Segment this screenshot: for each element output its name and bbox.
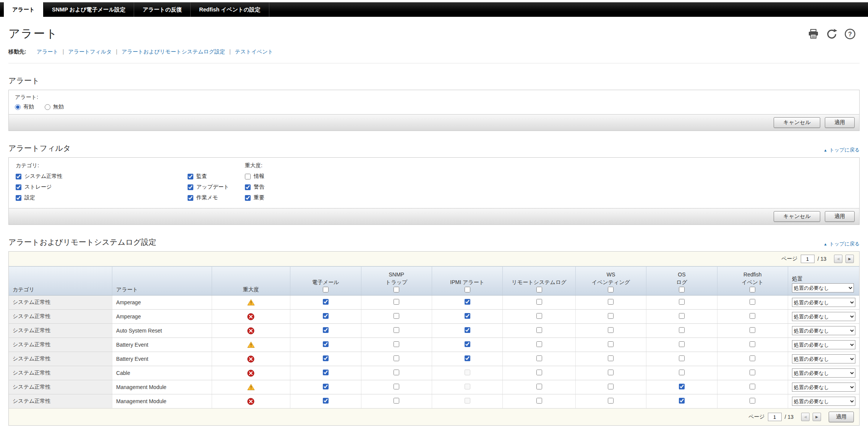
action-select[interactable]: 処置の必要なし — [792, 340, 855, 349]
ipmi-alert-select-all-checkbox[interactable] — [465, 287, 470, 292]
os-log-checkbox[interactable] — [679, 398, 685, 404]
ws-eventing-checkbox[interactable] — [608, 313, 614, 319]
tab-2[interactable]: SNMP および電子メール設定 — [44, 2, 134, 17]
snmp-trap-checkbox[interactable] — [394, 327, 399, 333]
redfish-event-checkbox[interactable] — [750, 370, 755, 375]
tab-3[interactable]: アラートの反復 — [134, 2, 191, 17]
filter-cancel-button[interactable]: キャンセル — [774, 211, 820, 222]
os-log-checkbox[interactable] — [679, 313, 685, 319]
category-checkbox-1[interactable]: 監査 — [188, 173, 229, 180]
action-select[interactable]: 処置の必要なし — [792, 368, 855, 378]
os-log-select-all-checkbox[interactable] — [679, 287, 685, 292]
previous-page-button[interactable]: ◀ — [834, 255, 842, 263]
remote-syslog-checkbox[interactable] — [536, 398, 542, 404]
snmp-trap-checkbox[interactable] — [394, 384, 399, 389]
action-select[interactable]: 処置の必要なし — [792, 298, 855, 307]
alert-radio-input[interactable] — [45, 104, 50, 110]
category-checkbox-input[interactable] — [16, 184, 21, 190]
tab-1[interactable]: アラート — [4, 2, 44, 17]
ws-eventing-checkbox[interactable] — [608, 341, 614, 347]
redfish-event-checkbox[interactable] — [750, 384, 755, 389]
category-checkbox-3[interactable]: 作業メモ — [188, 194, 229, 201]
email-checkbox[interactable] — [323, 355, 329, 361]
snmp-trap-checkbox[interactable] — [394, 313, 399, 319]
refresh-icon[interactable] — [826, 28, 837, 40]
category-checkbox-input[interactable] — [188, 195, 193, 201]
snmp-trap-checkbox[interactable] — [394, 299, 399, 305]
ws-eventing-checkbox[interactable] — [608, 327, 614, 333]
ipmi-alert-checkbox[interactable] — [465, 313, 470, 319]
back-to-top-link[interactable]: ▲ トップに戻る — [824, 147, 860, 153]
redfish-event-checkbox[interactable] — [750, 355, 755, 361]
action-select[interactable]: 処置の必要なし — [792, 397, 855, 406]
email-checkbox[interactable] — [323, 370, 329, 375]
severity-checkbox-3[interactable]: 重要 — [245, 194, 264, 201]
os-log-checkbox[interactable] — [679, 370, 685, 375]
remote-syslog-checkbox[interactable] — [536, 355, 542, 361]
next-page-button[interactable]: ▶ — [845, 255, 854, 263]
snmp-trap-checkbox[interactable] — [394, 370, 399, 375]
remote-syslog-checkbox[interactable] — [536, 313, 542, 319]
os-log-checkbox[interactable] — [679, 341, 685, 347]
page-number-input[interactable] — [768, 413, 782, 421]
redfish-event-select-all-checkbox[interactable] — [750, 287, 755, 292]
table-apply-button[interactable]: 適用 — [829, 412, 854, 422]
remote-syslog-checkbox[interactable] — [536, 384, 542, 389]
email-checkbox[interactable] — [323, 384, 329, 389]
email-select-all-checkbox[interactable] — [323, 287, 329, 292]
category-checkbox-input[interactable] — [16, 174, 21, 179]
severity-checkbox-input[interactable] — [245, 195, 251, 201]
action-header-select[interactable]: 処置の必要なし — [792, 283, 854, 292]
ws-eventing-select-all-checkbox[interactable] — [608, 287, 614, 292]
alert-radio-input[interactable] — [15, 104, 21, 110]
action-select[interactable]: 処置の必要なし — [792, 312, 855, 321]
remote-syslog-checkbox[interactable] — [536, 370, 542, 375]
category-checkbox-input[interactable] — [16, 195, 21, 201]
action-select[interactable]: 処置の必要なし — [792, 326, 855, 335]
category-checkbox-2[interactable]: ストレージ — [16, 184, 188, 191]
category-checkbox-2[interactable]: アップデート — [188, 184, 229, 191]
alert-radio-option-1[interactable]: 有効 — [15, 103, 34, 110]
category-checkbox-1[interactable]: システム正常性 — [16, 173, 188, 180]
jump-link-3[interactable]: アラートおよびリモートシステムログ設定 — [121, 48, 225, 55]
ipmi-alert-checkbox[interactable] — [465, 299, 470, 305]
email-checkbox[interactable] — [323, 313, 329, 319]
print-icon[interactable] — [808, 29, 819, 39]
snmp-trap-select-all-checkbox[interactable] — [394, 287, 399, 292]
redfish-event-checkbox[interactable] — [750, 398, 755, 404]
severity-checkbox-input[interactable] — [245, 174, 251, 179]
email-checkbox[interactable] — [323, 327, 329, 333]
severity-checkbox-input[interactable] — [245, 184, 251, 190]
os-log-checkbox[interactable] — [679, 299, 685, 305]
ws-eventing-checkbox[interactable] — [608, 299, 614, 305]
ws-eventing-checkbox[interactable] — [608, 384, 614, 389]
os-log-checkbox[interactable] — [679, 384, 685, 389]
alert-radio-option-2[interactable]: 無効 — [45, 103, 64, 110]
previous-page-button[interactable]: ◀ — [801, 413, 810, 421]
snmp-trap-checkbox[interactable] — [394, 355, 399, 361]
os-log-checkbox[interactable] — [679, 355, 685, 361]
back-to-top-link[interactable]: ▲ トップに戻る — [824, 241, 860, 247]
ipmi-alert-checkbox[interactable] — [465, 355, 470, 361]
filter-apply-button[interactable]: 適用 — [825, 211, 855, 222]
email-checkbox[interactable] — [323, 341, 329, 347]
remote-syslog-checkbox[interactable] — [536, 327, 542, 333]
snmp-trap-checkbox[interactable] — [394, 341, 399, 347]
ipmi-alert-checkbox[interactable] — [465, 327, 470, 333]
ipmi-alert-checkbox[interactable] — [465, 341, 470, 347]
remote-syslog-checkbox[interactable] — [536, 341, 542, 347]
email-checkbox[interactable] — [323, 299, 329, 305]
alert-apply-button[interactable]: 適用 — [825, 117, 855, 128]
alert-cancel-button[interactable]: キャンセル — [774, 117, 820, 128]
category-checkbox-input[interactable] — [188, 174, 193, 179]
jump-link-2[interactable]: アラートフィルタ — [68, 48, 112, 55]
snmp-trap-checkbox[interactable] — [394, 398, 399, 404]
tab-4[interactable]: Redfish イベントの設定 — [191, 2, 269, 17]
category-checkbox-3[interactable]: 設定 — [16, 194, 188, 201]
redfish-event-checkbox[interactable] — [750, 327, 755, 333]
next-page-button[interactable]: ▶ — [813, 413, 821, 421]
redfish-event-checkbox[interactable] — [750, 313, 755, 319]
category-checkbox-input[interactable] — [188, 184, 193, 190]
jump-link-4[interactable]: テストイベント — [235, 48, 273, 55]
remote-syslog-select-all-checkbox[interactable] — [536, 287, 542, 292]
